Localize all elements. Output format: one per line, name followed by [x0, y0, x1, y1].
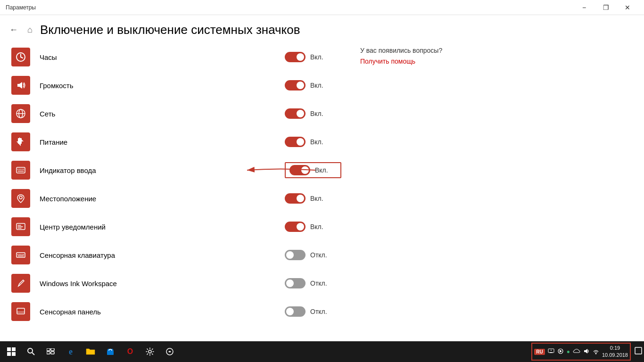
clock-label: Часы	[40, 53, 285, 61]
input-toggle[interactable]	[289, 165, 310, 175]
svg-line-37	[32, 353, 34, 355]
windows-ink-toggle-container: Откл.	[285, 278, 341, 288]
setting-row-volume: Громкость Вкл.	[11, 71, 341, 99]
notification-center-button[interactable]	[635, 347, 642, 356]
touch-keyboard-label: Сенсорная клавиатура	[40, 251, 285, 259]
tray-icon-2[interactable]	[557, 348, 564, 356]
touch-panel-toggle-container: Откл.	[285, 306, 341, 317]
touch-panel-toggle-label: Откл.	[310, 308, 329, 315]
svg-rect-32	[7, 347, 11, 351]
network-icon	[11, 104, 30, 123]
network-toggle-container: Вкл.	[285, 108, 341, 119]
power-toggle[interactable]	[285, 137, 305, 147]
start-button[interactable]	[2, 341, 21, 362]
store-button[interactable]	[101, 341, 120, 362]
clock-icon	[11, 48, 30, 66]
input-icon	[11, 161, 30, 180]
tray-network-icon[interactable]	[593, 348, 599, 356]
help-panel: У вас появились вопросы? Получить помощь	[360, 43, 492, 326]
network-toggle-label: Вкл.	[310, 110, 329, 117]
tray-date-value: 10.09.2018	[602, 352, 628, 359]
svg-point-36	[28, 348, 33, 353]
close-button[interactable]: ✕	[617, 0, 638, 15]
svg-rect-35	[12, 352, 16, 356]
power-icon	[11, 132, 30, 151]
edge-button[interactable]: e	[61, 341, 80, 362]
taskbar: e O RU ●	[0, 341, 644, 362]
clock-toggle[interactable]	[285, 52, 305, 62]
location-toggle-label: Вкл.	[310, 195, 329, 202]
svg-marker-3	[17, 82, 22, 89]
setting-row-location: Местоположение Вкл.	[11, 184, 341, 213]
title-bar-left: Параметры	[6, 4, 36, 11]
tray-input-indicator[interactable]: RU	[534, 349, 545, 355]
home-icon[interactable]: ⌂	[27, 25, 33, 35]
settings-taskbar-button[interactable]	[140, 341, 159, 362]
svg-point-50	[595, 353, 596, 354]
help-link[interactable]: Получить помощь	[360, 58, 415, 65]
touch-panel-label: Сенсорная панель	[40, 308, 285, 316]
setting-row-notifications: Центр уведомлений Вкл.	[11, 213, 341, 241]
setting-row-clock: Часы Вкл.	[11, 43, 341, 71]
svg-rect-30	[17, 308, 25, 314]
title-bar-controls: − ❐ ✕	[573, 0, 638, 15]
windows-ink-icon	[11, 274, 30, 293]
touch-panel-toggle[interactable]	[285, 306, 305, 317]
tray-volume-icon[interactable]	[583, 348, 590, 356]
svg-rect-9	[17, 167, 25, 173]
svg-rect-33	[12, 347, 16, 351]
explorer-button[interactable]	[81, 341, 100, 362]
setting-row-power: Питание Вкл.	[11, 128, 341, 156]
touch-panel-icon	[11, 302, 30, 321]
svg-marker-8	[17, 137, 24, 146]
touch-keyboard-toggle-container: Откл.	[285, 250, 341, 260]
page-title: Включение и выключение системных значков	[40, 23, 300, 37]
location-label: Местоположение	[40, 195, 285, 203]
notifications-toggle-label: Вкл.	[310, 223, 329, 230]
svg-rect-34	[7, 352, 11, 356]
touch-keyboard-toggle[interactable]	[285, 250, 305, 260]
svg-rect-40	[47, 352, 50, 354]
notifications-toggle[interactable]	[285, 222, 305, 232]
setting-row-touch-keyboard: Сенсорная клавиатура Откл.	[11, 241, 341, 269]
minimize-button[interactable]: −	[573, 0, 595, 15]
page-header: ← ⌂ Включение и выключение системных зна…	[0, 15, 644, 43]
notifications-icon	[11, 217, 30, 236]
search-button[interactable]	[22, 341, 41, 362]
opera-button[interactable]: O	[121, 341, 140, 362]
feedback-button[interactable]	[160, 341, 179, 362]
tray-clock[interactable]: 0:19 10.09.2018	[602, 345, 628, 359]
svg-rect-39	[51, 348, 54, 351]
clock-toggle-container: Вкл.	[285, 52, 341, 62]
tray-time-value: 0:19	[610, 345, 620, 352]
input-toggle-container: Вкл.	[285, 162, 341, 178]
location-toggle[interactable]	[285, 193, 305, 204]
tray-icon-cloud[interactable]	[573, 348, 580, 355]
network-label: Сеть	[40, 110, 285, 118]
svg-rect-51	[635, 347, 642, 354]
notifications-label: Центр уведомлений	[40, 223, 285, 231]
setting-row-touch-panel: Сенсорная панель Откл.	[11, 297, 341, 326]
taskview-button[interactable]	[41, 341, 60, 362]
maximize-button[interactable]: ❐	[595, 0, 617, 15]
volume-toggle[interactable]	[285, 80, 305, 90]
back-button[interactable]: ←	[8, 23, 20, 37]
power-toggle-label: Вкл.	[310, 138, 329, 146]
system-tray-highlight: RU ● 0:19 10.09.2018	[531, 343, 631, 361]
network-toggle[interactable]	[285, 108, 305, 119]
tray-icon-1[interactable]	[548, 348, 554, 356]
window-title: Параметры	[6, 4, 36, 11]
svg-point-17	[19, 196, 22, 199]
settings-list: Часы Вкл. Громкость Вкл.	[11, 43, 341, 326]
touch-keyboard-icon	[11, 246, 30, 264]
volume-toggle-container: Вкл.	[285, 80, 341, 90]
help-question: У вас появились вопросы?	[360, 47, 492, 54]
touch-keyboard-toggle-label: Откл.	[310, 251, 329, 259]
windows-ink-toggle[interactable]	[285, 278, 305, 288]
svg-line-2	[21, 57, 23, 58]
svg-point-43	[149, 350, 151, 353]
svg-rect-42	[107, 351, 114, 355]
title-bar: Параметры − ❐ ✕	[0, 0, 644, 15]
windows-ink-toggle-label: Откл.	[310, 280, 329, 287]
tray-icon-3[interactable]: ●	[567, 348, 570, 355]
